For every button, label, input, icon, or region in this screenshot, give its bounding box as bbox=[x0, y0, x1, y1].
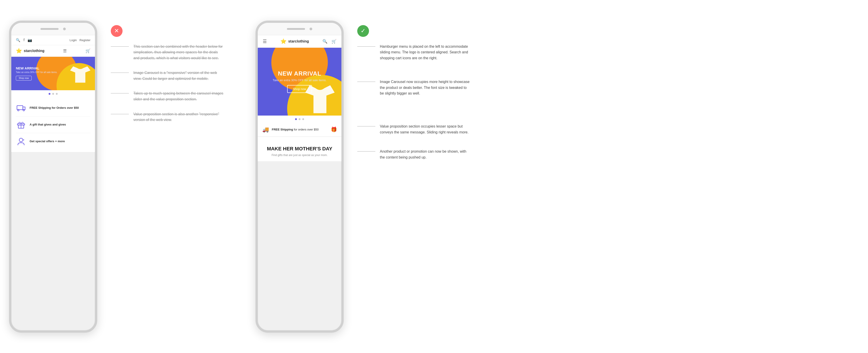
right-line-2 bbox=[357, 82, 375, 82]
annotation-3: Takes up to much spacing between the car… bbox=[111, 90, 242, 102]
cart-icon-after[interactable]: 🛒 bbox=[332, 39, 336, 44]
phone-speaker bbox=[40, 28, 59, 30]
svg-point-2 bbox=[23, 110, 24, 111]
annotation-text-4: Value proposition section is also anothe… bbox=[133, 111, 224, 123]
search-icon-before[interactable]: 🔍 bbox=[16, 38, 20, 42]
right-annotation-3: Value proposition section occupies lesse… bbox=[357, 123, 488, 135]
carousel-badge-before: NEW ARRIVAL bbox=[16, 66, 70, 70]
svg-text:+: + bbox=[23, 138, 24, 142]
phone-speaker-after bbox=[287, 28, 305, 30]
value-prop-shipping: FREE Shipping for Orders over $50 bbox=[16, 100, 90, 116]
before-value-props: FREE Shipping for Orders over $50 A gift… bbox=[11, 97, 95, 152]
svg-point-5 bbox=[19, 138, 23, 142]
phone-camera-after bbox=[310, 28, 312, 30]
before-brand-logo: ⭐ starclothing bbox=[16, 48, 44, 54]
left-annotation-panel: ✕ This section can be combined with the … bbox=[97, 21, 255, 136]
phone-camera bbox=[63, 28, 66, 30]
right-line-3 bbox=[357, 126, 375, 126]
annotation-2: Image Carousel is a "responsive" version… bbox=[111, 70, 242, 81]
after-phone: ☰ ⭐ starclothing 🔍 🛒 NEW ARRIVAL Take an… bbox=[255, 21, 344, 333]
carousel-content-before: NEW ARRIVAL Take an extra 30% OFF for al… bbox=[16, 66, 70, 81]
right-annotation-panel: ✓ Hamburger menu is placed on the left t… bbox=[344, 21, 502, 176]
value-prop-gift: A gift that gives and gives bbox=[16, 116, 90, 133]
annotation-4: Value proposition section is also anothe… bbox=[111, 111, 242, 123]
dot-3-before[interactable] bbox=[56, 93, 58, 95]
after-main-nav: ☰ ⭐ starclothing 🔍 🛒 bbox=[258, 35, 341, 48]
annotation-line-3 bbox=[111, 93, 129, 93]
annotation-1: This section can be combined with the he… bbox=[111, 43, 242, 61]
gift-icon bbox=[16, 120, 26, 130]
register-link[interactable]: Register bbox=[80, 38, 90, 42]
svg-rect-0 bbox=[17, 106, 23, 110]
svg-point-1 bbox=[18, 110, 19, 111]
status-bad-icon: ✕ bbox=[111, 25, 123, 37]
phone-top-bar-after bbox=[258, 23, 341, 35]
hamburger-icon-after[interactable]: ☰ bbox=[263, 39, 267, 44]
after-carousel-badge: NEW ARRIVAL bbox=[273, 70, 327, 77]
status-good-icon: ✓ bbox=[357, 25, 369, 37]
before-brand-name: starclothing bbox=[24, 49, 44, 53]
before-phone: 🔍 f 📷 Login Register ⭐ starclothing ☰ 🛒 bbox=[9, 21, 97, 333]
after-value-strip: 🚚 FREE Shipping for orders over $50 🎁 bbox=[258, 123, 341, 137]
after-screen: ☰ ⭐ starclothing 🔍 🛒 NEW ARRIVAL Take an… bbox=[258, 35, 341, 161]
after-carousel-shirt bbox=[305, 79, 335, 116]
after-brand-name: starclothing bbox=[288, 39, 309, 43]
carousel-dots-before bbox=[11, 90, 95, 97]
after-gift-icon: 🎁 bbox=[331, 127, 337, 133]
mothers-day-title: MAKE HER MOTHER'S DAY bbox=[262, 146, 337, 152]
right-annotation-1: Hamburger menu is placed on the left to … bbox=[357, 43, 488, 61]
annotation-line-4 bbox=[111, 114, 129, 114]
before-social-icons: 🔍 f 📷 bbox=[16, 38, 32, 42]
before-carousel: NEW ARRIVAL Take an extra 30% OFF for al… bbox=[11, 57, 95, 90]
dot-2-before[interactable] bbox=[52, 93, 54, 95]
offers-text: Get special offers + more bbox=[30, 139, 65, 143]
page-container: 🔍 f 📷 Login Register ⭐ starclothing ☰ 🛒 bbox=[9, 21, 859, 333]
right-text-1: Hamburger menu is placed on the left to … bbox=[380, 43, 470, 61]
after-shipping-text: FREE Shipping for orders over $50 bbox=[272, 128, 318, 131]
cart-icon-before[interactable]: 🛒 bbox=[86, 49, 90, 53]
brand-star-icon: ⭐ bbox=[16, 48, 22, 54]
login-link[interactable]: Login bbox=[70, 38, 77, 42]
annotation-line-1 bbox=[111, 46, 129, 47]
after-carousel: NEW ARRIVAL Take an extra 30% OFF for al… bbox=[258, 48, 341, 116]
right-text-4: Another product or promotion can now be … bbox=[380, 149, 470, 160]
before-main-nav: ⭐ starclothing ☰ 🛒 bbox=[11, 45, 95, 57]
carousel-btn-before[interactable]: Shop now bbox=[16, 76, 32, 81]
after-brand-logo: ⭐ starclothing bbox=[280, 38, 309, 44]
right-text-2: Image Carousel now occupies more height … bbox=[380, 79, 470, 96]
hamburger-icon-before[interactable]: ☰ bbox=[63, 49, 67, 53]
carousel-subtitle-before: Take an extra 30% OFF for all sale items… bbox=[16, 71, 70, 73]
dot-3-after[interactable] bbox=[302, 118, 304, 120]
phone-top-bar-before bbox=[11, 23, 95, 35]
before-top-nav: 🔍 f 📷 Login Register bbox=[11, 35, 95, 45]
right-annotation-2: Image Carousel now occupies more height … bbox=[357, 79, 488, 96]
annotation-text-3: Takes up to much spacing between the car… bbox=[133, 90, 224, 102]
before-screen: 🔍 f 📷 Login Register ⭐ starclothing ☰ 🛒 bbox=[11, 35, 95, 152]
shipping-text: FREE Shipping for Orders over $50 bbox=[30, 106, 79, 110]
right-text-3: Value proposition section occupies lesse… bbox=[380, 123, 470, 135]
right-annotation-4: Another product or promotion can now be … bbox=[357, 149, 488, 160]
facebook-icon[interactable]: f bbox=[24, 38, 24, 42]
offers-icon: + bbox=[16, 136, 26, 147]
carousel-shirt-before bbox=[70, 62, 90, 85]
after-shipping-icon: 🚚 bbox=[262, 126, 269, 133]
carousel-dots-after bbox=[258, 116, 341, 123]
annotation-text-2: Image Carousel is a "responsive" version… bbox=[133, 70, 224, 81]
dot-1-after[interactable] bbox=[295, 118, 297, 120]
mothers-day-subtitle: Find gifts that are just as special as y… bbox=[262, 153, 337, 157]
shipping-icon bbox=[16, 103, 26, 113]
annotation-text-1: This section can be combined with the he… bbox=[133, 43, 224, 61]
dot-2-after[interactable] bbox=[299, 118, 301, 120]
annotation-line-2 bbox=[111, 72, 129, 73]
gift-text: A gift that gives and gives bbox=[30, 123, 66, 127]
instagram-icon[interactable]: 📷 bbox=[28, 38, 32, 42]
mothers-day-section: MAKE HER MOTHER'S DAY Find gifts that ar… bbox=[258, 137, 341, 161]
search-icon-after[interactable]: 🔍 bbox=[322, 39, 328, 44]
right-line-1 bbox=[357, 46, 375, 47]
value-prop-offers: + Get special offers + more bbox=[16, 133, 90, 150]
after-brand-star: ⭐ bbox=[280, 38, 286, 44]
before-nav-links: Login Register bbox=[70, 38, 90, 42]
dot-1-before[interactable] bbox=[49, 93, 51, 95]
after-nav-right-icons: 🔍 🛒 bbox=[322, 39, 336, 44]
